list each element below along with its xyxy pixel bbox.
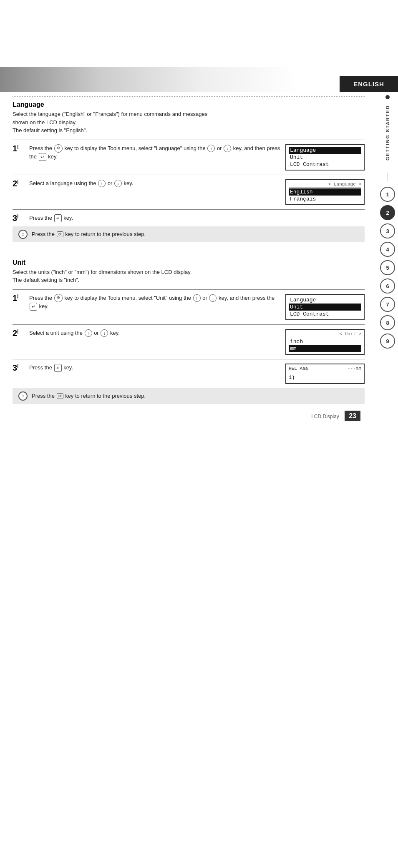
lang-step-3-content: Press the ↵ key. — [29, 214, 365, 222]
dotted-separator — [13, 96, 365, 97]
screen-status-right: ---mm — [348, 366, 361, 371]
enter-key-unit: ↵ — [30, 303, 37, 311]
unit-step-3-num: 3| — [13, 364, 25, 372]
screen-item-lcd-contrast: LCD Contrast — [289, 161, 361, 168]
main-content: Language Select the language ("English" … — [0, 96, 377, 432]
unit-step-2-content: Select a unit using the ↑ or ↓ key. — [29, 329, 281, 337]
unit-step-3: 3| Press the ↵ key. HEL Aaa ---mm i) — [13, 359, 365, 388]
screen-item-francais: Français — [289, 196, 361, 203]
screen-status-bar: HEL Aaa ---mm — [289, 366, 361, 372]
sidebar-num-9: 9 — [380, 334, 395, 349]
tip-icon-unit: ○ — [18, 391, 28, 401]
lang-step-3-num: 3| — [13, 214, 25, 222]
up-key-unit: ↑ — [193, 294, 201, 302]
unit-step-3-content: Press the ↵ key. — [29, 364, 281, 372]
sidebar-num-7: 7 — [380, 297, 395, 312]
spacer-1 — [13, 242, 365, 255]
unit-step-3-screen: HEL Aaa ---mm i) — [285, 364, 365, 384]
lang-step-2-content: Select a language using the ↑ or ↓ key. — [29, 179, 281, 188]
enter-key-unit-3: ↵ — [54, 364, 62, 372]
footer: LCD Display 23 — [13, 412, 365, 420]
lang-step-1-content: Press the ⚙ key to display the Tools men… — [29, 144, 281, 161]
screen-item-language-selected: Language — [289, 147, 361, 154]
up-key-unit-2: ↑ — [85, 329, 92, 337]
sidebar-num-8: 8 — [380, 315, 395, 330]
enter-key-icon: ↵ — [39, 153, 46, 161]
unit-section: Unit Select the units ("inch" or "mm") f… — [13, 259, 365, 404]
unit-tip-text: Press the ⟳ key to return to the previou… — [32, 393, 146, 399]
enter-key-icon-3: ↵ — [54, 214, 62, 222]
language-label: ENGLISH — [353, 80, 384, 88]
esc-key-unit: ⟳ — [57, 393, 63, 399]
lang-tip-text: Press the ⟳ key to return to the previou… — [32, 231, 146, 238]
unit-step-1-num: 1| — [13, 294, 25, 302]
screen-item-english: English — [289, 188, 361, 196]
down-key-unit-2: ↓ — [101, 329, 108, 337]
language-section-desc: Select the language ("English" or "Franç… — [13, 110, 365, 135]
tools-key-icon: ⚙ — [54, 144, 63, 153]
unit-step-2-num: 2| — [13, 329, 25, 337]
lang-step-3: 3| Press the ↵ key. — [13, 209, 365, 226]
unit-step-2-screen: < Unit > inch mm — [285, 329, 365, 355]
language-section-title: Language — [13, 101, 365, 108]
unit-step-2: 2| Select a unit using the ↑ or ↓ key. <… — [13, 324, 365, 359]
getting-started-label: GETTING STARTED — [385, 101, 390, 165]
lang-step-2: 2| Select a language using the ↑ or ↓ ke… — [13, 175, 365, 209]
header-area: ENGLISH — [0, 0, 398, 92]
lcd-display-label: LCD Display — [311, 414, 339, 419]
screen-item-unit: Unit — [289, 154, 361, 161]
right-sidebar: GETTING STARTED 1 2 3 4 5 6 7 8 9 — [377, 92, 398, 675]
page-number: 23 — [345, 411, 360, 421]
screen-unit-header: < Unit > — [289, 331, 361, 337]
lang-tip: ○ Press the ⟳ key to return to the previ… — [13, 226, 365, 242]
lang-step-1-num: 1| — [13, 144, 25, 153]
esc-key-lang: ⟳ — [57, 231, 63, 237]
down-key-icon-2: ↓ — [114, 180, 122, 187]
screen-body: i) — [289, 374, 361, 381]
sidebar-num-2: 2 — [380, 205, 395, 220]
unit-section-title: Unit — [13, 259, 365, 266]
tip-icon-lang: ○ — [18, 230, 28, 239]
sidebar-numbers: 1 2 3 4 5 6 7 8 9 — [380, 186, 395, 350]
header-gradient — [0, 67, 299, 92]
screen-lang-header: < Language > — [289, 182, 361, 188]
screen-item-inch: inch — [289, 338, 361, 345]
lang-step-1: 1| Press the ⚙ key to display the Tools … — [13, 140, 365, 175]
lang-step-1-screen: Language Unit LCD Contrast — [285, 144, 365, 171]
screen-unit-language: Language — [289, 296, 361, 304]
down-key-icon: ↓ — [224, 145, 231, 152]
sidebar-num-1: 1 — [380, 187, 395, 202]
unit-step-1-content: Press the ⚙ key to display the Tools men… — [29, 294, 281, 311]
language-section: Language Select the language ("English" … — [13, 101, 365, 242]
lang-step-2-screen: < Language > English Français — [285, 179, 365, 205]
down-key-unit: ↓ — [209, 294, 217, 302]
language-tab: ENGLISH — [340, 76, 398, 92]
section-bullet — [385, 95, 390, 99]
sidebar-num-5: 5 — [380, 260, 395, 275]
unit-section-desc: Select the units ("inch" or "mm") for di… — [13, 268, 365, 284]
screen-unit-unit-selected: Unit — [289, 304, 361, 311]
unit-step-1-screen: Language Unit LCD Contrast — [285, 294, 365, 320]
sidebar-num-3: 3 — [380, 223, 395, 238]
sidebar-num-6: 6 — [380, 278, 395, 294]
unit-step-1: 1| Press the ⚙ key to display the Tools … — [13, 289, 365, 324]
lang-step-2-num: 2| — [13, 179, 25, 188]
screen-status-left: HEL Aaa — [289, 366, 308, 371]
sidebar-num-4: 4 — [380, 242, 395, 257]
screen-unit-lcd-contrast: LCD Contrast — [289, 311, 361, 318]
up-key-icon: ↑ — [207, 145, 215, 152]
up-key-icon-2: ↑ — [98, 180, 106, 187]
unit-tip: ○ Press the ⟳ key to return to the previ… — [13, 388, 365, 404]
screen-item-mm: mm — [289, 345, 361, 352]
tools-key-unit: ⚙ — [54, 294, 63, 302]
